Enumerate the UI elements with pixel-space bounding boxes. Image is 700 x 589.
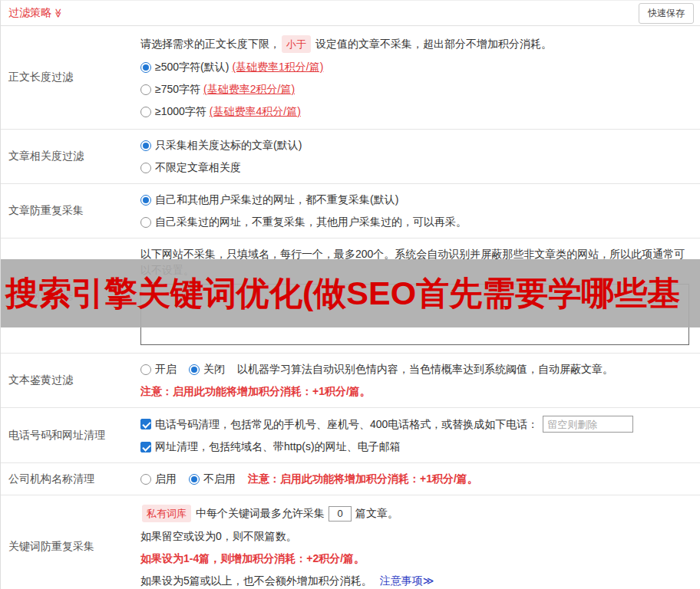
keyword-limit-line: 私有词库 中每个关键词最多允许采集 篇文章。 [140,505,692,522]
row-label-relevance-filter: 文章相关度过滤 [1,130,135,183]
keyword-note-zero: 如果留空或设为0，则不限篇数。 [140,528,692,545]
filter-strategy-page: 过滤策略≫ 快速保存 正文长度过滤 请选择需求的正文长度下限， 小于 设定值的文… [0,0,700,589]
radio-icon[interactable] [189,474,200,485]
row-label-porn-filter: 文本鉴黄过滤 [1,354,135,407]
chevron-double-down-icon: ≫ [53,8,64,18]
radio-label: 只采集相关度达标的文章(默认) [155,137,302,153]
row-label-length-filter: 正文长度过滤 [1,26,135,129]
keyword-note-five-plus: 如果设为5篇或以上，也不会额外增加积分消耗。 注意事项≫ [140,573,692,589]
radio-icon[interactable] [140,140,151,151]
page-header: 过滤策略≫ 快速保存 [1,1,700,26]
row-label-company-name: 公司机构名称清理 [1,463,135,495]
radio-option-relevance-strict[interactable]: 只采集相关度达标的文章(默认) [140,137,692,153]
row-dedup-collection: 文章防重复采集 自己和其他用户采集过的网址，都不重复采集(默认) 自己采集过的网… [1,184,700,239]
radio-option-1000-chars[interactable]: ≥1000字符 (基础费率4积分/篇) [140,104,692,120]
row-content-phone-url: 电话号码清理，包括常见的手机号、座机号、400电话格式，或替换成如下电话： 网址… [135,408,700,462]
less-than-tag: 小于 [282,35,311,53]
row-label-keyword-dedup: 关键词防重复采集 [1,495,135,589]
radio-label: ≥500字符(默认) [155,59,229,75]
rate-note: (基础费率1积分/篇) [232,59,323,75]
radio-label: 启用 [155,471,177,487]
intro-text-post: 设定值的文章不采集，超出部分不增加积分消耗。 [315,36,552,52]
radio-icon[interactable] [140,62,151,73]
row-relevance-filter: 文章相关度过滤 只采集相关度达标的文章(默认) 不限定文章相关度 [1,130,700,184]
porn-filter-description: 以机器学习算法自动识别色情内容，当色情概率达到系统阈值，自动屏蔽文章。 [237,361,613,377]
radio-label: 开启 [155,361,177,377]
checkbox-option-url-cleaning[interactable]: 网址清理，包括纯域名、带http(s)的网址、电子邮箱 [140,439,692,455]
length-filter-intro: 请选择需求的正文长度下限， 小于 设定值的文章不采集，超出部分不增加积分消耗。 [140,35,692,53]
private-lexicon-tag: 私有词库 [142,505,191,522]
overlay-banner: 搜索引擎关键词优化(做SEO首先需要学哪些基 [1,259,700,327]
radio-option-relevance-any[interactable]: 不限定文章相关度 [140,160,692,176]
rate-note: (基础费率4积分/篇) [210,104,301,120]
notes-link[interactable]: 注意事项≫ [380,573,434,589]
radio-option-company-enable[interactable]: 启用 [140,471,177,487]
replacement-phone-input[interactable] [543,416,633,433]
radio-option-porn-on[interactable]: 开启 [140,361,177,377]
radio-label: 不启用 [203,471,236,487]
keyword-limit-count-input[interactable] [329,506,352,522]
radio-label: 关闭 [203,361,225,377]
intro-text-pre: 请选择需求的正文长度下限， [140,36,280,52]
keyword-limit-text-post: 篇文章。 [355,505,398,522]
row-content-relevance-filter: 只采集相关度达标的文章(默认) 不限定文章相关度 [135,130,700,183]
radio-icon[interactable] [140,107,151,117]
keyword-limit-text-mid: 中每个关键词最多允许采集 [196,505,325,522]
radio-option-dedup-self-only[interactable]: 自己采集过的网址，不重复采集，其他用户采集过的，可以再采。 [140,214,692,230]
radio-label: ≥750字符 [155,81,200,97]
radio-icon[interactable] [140,84,151,95]
page-title-text: 过滤策略 [8,6,51,18]
radio-option-750-chars[interactable]: ≥750字符 (基础费率2积分/篇) [140,81,692,97]
row-length-filter: 正文长度过滤 请选择需求的正文长度下限， 小于 设定值的文章不采集，超出部分不增… [1,26,700,130]
checkbox-label: 网址清理，包括纯域名、带http(s)的网址、电子邮箱 [155,439,401,455]
radio-icon[interactable] [189,364,200,375]
radio-label: ≥1000字符 [155,104,206,120]
checkbox-icon[interactable] [140,419,151,429]
radio-option-company-disable[interactable]: 不启用 [189,471,236,487]
checkbox-label: 电话号码清理，包括常见的手机号、座机号、400电话格式，或替换成如下电话： [155,416,538,433]
radio-label: 自己和其他用户采集过的网址，都不重复采集(默认) [155,192,398,208]
row-phone-url-cleaning: 电话号码和网址清理 电话号码清理，包括常见的手机号、座机号、400电话格式，或替… [1,408,700,463]
radio-icon[interactable] [140,364,151,375]
row-keyword-dedup: 关键词防重复采集 私有词库 中每个关键词最多允许采集 篇文章。 如果留空或设为0… [1,495,700,589]
keyword-note-cost: 如果设为1-4篇，则增加积分消耗：+2积分/篇。 [140,551,692,567]
rate-note: (基础费率2积分/篇) [203,81,295,97]
row-label-phone-url: 电话号码和网址清理 [1,408,135,462]
company-cost-note: 注意：启用此功能将增加积分消耗：+1积分/篇。 [248,471,478,487]
row-content-porn-filter: 开启 关闭 以机器学习算法自动识别色情内容，当色情概率达到系统阈值，自动屏蔽文章… [135,354,700,407]
row-label-dedup: 文章防重复采集 [1,184,135,238]
radio-label: 自己采集过的网址，不重复采集，其他用户采集过的，可以再采。 [155,214,467,230]
radio-icon[interactable] [140,217,151,228]
radio-icon[interactable] [140,474,151,485]
radio-option-500-chars[interactable]: ≥500字符(默认) (基础费率1积分/篇) [140,59,692,75]
page-title[interactable]: 过滤策略≫ [8,6,64,20]
overlay-banner-text: 搜索引擎关键词优化(做SEO首先需要学哪些基 [1,271,680,316]
company-name-options: 启用 不启用 注意：启用此功能将增加积分消耗：+1积分/篇。 [140,471,692,487]
checkbox-option-phone-cleaning[interactable]: 电话号码清理，包括常见的手机号、座机号、400电话格式，或替换成如下电话： [140,416,692,433]
row-porn-filter: 文本鉴黄过滤 开启 关闭 以机器学习算法自动识别色情内容，当色情概率达到系统阈值… [1,354,700,408]
radio-option-dedup-all-users[interactable]: 自己和其他用户采集过的网址，都不重复采集(默认) [140,192,692,208]
checkbox-icon[interactable] [140,442,151,452]
porn-filter-options: 开启 关闭 以机器学习算法自动识别色情内容，当色情概率达到系统阈值，自动屏蔽文章… [140,361,692,377]
quick-save-button[interactable]: 快速保存 [639,3,694,24]
row-content-keyword-dedup: 私有词库 中每个关键词最多允许采集 篇文章。 如果留空或设为0，则不限篇数。 如… [135,495,700,589]
radio-icon[interactable] [140,163,151,173]
row-content-dedup: 自己和其他用户采集过的网址，都不重复采集(默认) 自己采集过的网址，不重复采集，… [135,184,700,238]
row-content-company-name: 启用 不启用 注意：启用此功能将增加积分消耗：+1积分/篇。 [135,463,700,495]
keyword-note-five-plus-text: 如果设为5篇或以上，也不会额外增加积分消耗。 [140,573,372,589]
radio-icon[interactable] [140,195,151,206]
row-company-name-cleaning: 公司机构名称清理 启用 不启用 注意：启用此功能将增加积分消耗：+1积分/篇。 [1,463,700,495]
radio-option-porn-off[interactable]: 关闭 [189,361,225,377]
row-content-length-filter: 请选择需求的正文长度下限， 小于 设定值的文章不采集，超出部分不增加积分消耗。 … [135,26,700,129]
porn-filter-cost-note: 注意：启用此功能将增加积分消耗：+1积分/篇。 [140,383,692,400]
radio-label: 不限定文章相关度 [155,160,241,176]
